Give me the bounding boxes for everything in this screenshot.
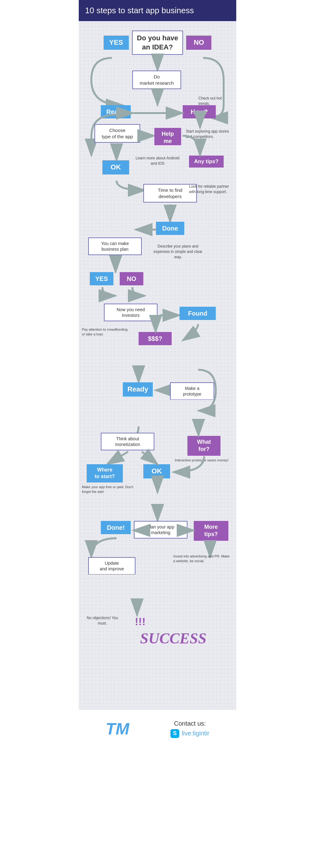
exclaim-text: !!!	[131, 615, 150, 628]
yes-box-2[interactable]: YES	[90, 272, 114, 285]
skype-icon: S	[170, 729, 179, 738]
contact-label: Contact us:	[170, 720, 210, 727]
no-objections-note: No objections! You must.	[82, 615, 123, 626]
yes-button[interactable]: YES	[104, 36, 129, 50]
app-marketing-box: Plan your app marketing	[134, 521, 187, 538]
svg-line-14	[142, 452, 158, 464]
found-box[interactable]: Found	[180, 307, 216, 320]
help-me-box[interactable]: Help me	[154, 128, 181, 145]
business-plan-box: You can make business plan	[88, 238, 142, 255]
any-tips-box[interactable]: Any tips?	[189, 156, 224, 167]
header: 10 steps to start app business	[79, 0, 236, 21]
prototype-box: Make a prototype	[170, 382, 214, 400]
footer: TM Contact us: S live:ligintir	[79, 710, 236, 748]
ok-box-1[interactable]: OK	[102, 160, 129, 175]
skype-name[interactable]: live:ligintir	[182, 730, 210, 737]
header-title: 10 steps to start app business	[85, 6, 194, 15]
ok-box-2[interactable]: OK	[143, 464, 170, 478]
main-content: YES Do you have an IDEA? NO	[79, 21, 236, 710]
learn-android-note: Learn more about Android and iOS	[134, 156, 181, 166]
hot-trends-note: Check out hot trends.	[198, 96, 233, 106]
step1-section: YES Do you have an IDEA? NO	[82, 31, 233, 55]
more-tips-box[interactable]: More tips?	[194, 521, 228, 541]
update-improve-box: Update and improve	[88, 557, 135, 575]
no-box-2[interactable]: NO	[120, 272, 143, 285]
what-for-box[interactable]: What for?	[187, 436, 220, 456]
free-or-paid-note: Make your app free or paid. Don't forget…	[82, 485, 138, 494]
idea-question-box: Do you have an IDEA?	[132, 31, 183, 55]
where-to-start-box[interactable]: Where to start?	[87, 464, 123, 483]
success-text: SUCCESS	[129, 629, 217, 647]
describe-plans-note: Describe your plans and expenses in simp…	[150, 244, 206, 259]
done-final-box[interactable]: Done!	[101, 521, 131, 534]
investors-box: Now you need investors	[104, 304, 158, 321]
svg-line-13	[107, 452, 128, 464]
advertising-note: Invest into advertising and PR. Make a w…	[173, 554, 230, 564]
reliable-partner-note: Look for reliable partner with long-time…	[189, 184, 233, 195]
no-button[interactable]: NO	[186, 36, 211, 50]
done-box-1[interactable]: Done	[156, 222, 184, 235]
money-box: $$$?	[138, 332, 172, 345]
choose-type-box: Choose type of the app	[94, 124, 140, 143]
monetization-box: Think about monetization	[101, 433, 154, 451]
crowdfunding-note: Pay attention to crowdfunding or take a …	[82, 327, 131, 337]
ready-box-2[interactable]: Ready	[123, 382, 153, 397]
contact-section: Contact us: S live:ligintir	[170, 720, 210, 738]
tm-logo: TM	[105, 719, 129, 738]
market-research-box: Do market research	[132, 70, 181, 89]
